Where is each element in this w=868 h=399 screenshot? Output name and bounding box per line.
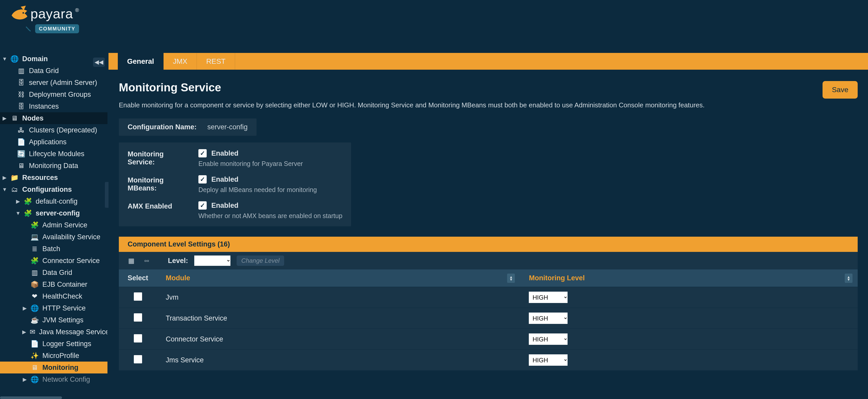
tree-toggle-icon[interactable]: ▶ [22,376,27,383]
tree-toggle-icon[interactable]: ▼ [16,210,20,216]
sidebar-item-label: HTTP Service [42,304,86,312]
folder-icon: 📁 [10,173,19,182]
checkbox-amx[interactable]: ✓ [198,201,207,209]
batch-icon: ≣ [30,245,39,253]
col-select: Select [119,269,157,287]
sidebar-item-instances[interactable]: ▶🗄Instances [0,100,107,112]
sidebar-item-jms[interactable]: ▶✉Java Message Service [0,326,107,338]
sidebar-resize-handle[interactable] [105,182,108,208]
sidebar-item-depgroups[interactable]: ▶⛓Deployment Groups [0,89,107,100]
table-title: Component Level Settings (16) [119,237,858,252]
sidebar-item-monitoring[interactable]: ▶🖥Monitoring [0,362,107,373]
sidebar-item-micro[interactable]: ▶✨MicroProfile [0,350,107,362]
tree-toggle-icon[interactable]: ▶ [2,115,7,121]
brand-name: payara [30,6,73,22]
ejb-icon: 📦 [30,280,39,289]
form-label: Monitoring Service: [128,149,190,166]
change-level-button[interactable]: Change Level [237,256,284,266]
tree-toggle-icon[interactable]: ▶ [16,198,20,204]
sidebar-item-clusters[interactable]: ▶🖧Clusters (Deprecated) [0,124,107,136]
sidebar-item-avail[interactable]: ▶💻Availability Service [0,231,107,243]
row-checkbox[interactable] [134,355,142,363]
sidebar-item-label: Availability Service [42,233,100,241]
sidebar-item-srvconf[interactable]: ▼🧩server-config [0,207,107,219]
tab-jmx[interactable]: JMX [163,53,197,70]
sidebar-item-nodes[interactable]: ▶🖥Nodes [0,112,107,124]
table-row: Transaction ServiceHIGHLOWOFF [119,308,858,329]
table-row: JvmHIGHLOWOFF [119,287,858,308]
save-button[interactable]: Save [823,81,858,99]
globe-icon: 🌐 [30,304,39,312]
sidebar-item-label: server-config [36,209,80,217]
col-monitoring-level[interactable]: Monitoring Level▲▼ [520,269,858,287]
puzzle-icon: 🧩 [24,197,32,205]
row-checkbox[interactable] [134,292,142,301]
checkbox-ms[interactable]: ✓ [198,149,207,158]
sidebar-item-label: server (Admin Server) [29,79,97,87]
monitoring-level-select[interactable]: HIGHLOWOFF [529,354,567,366]
checkbox-label: Enabled [211,149,239,158]
tree-toggle-icon[interactable]: ▼ [2,56,7,62]
monitoring-level-select[interactable]: HIGHLOWOFF [529,312,567,324]
sort-icon[interactable]: ▲▼ [507,273,515,283]
sidebar-item-server[interactable]: ▶🗄server (Admin Server) [0,77,107,89]
sidebar-item-label: Logger Settings [42,340,91,348]
monitoring-level-select[interactable]: HIGHLOWOFF [529,292,567,303]
sidebar-item-jvm[interactable]: ▶☕JVM Settings [0,314,107,326]
tab-bar: GeneralJMXREST [108,53,868,70]
sidebar-item-configs[interactable]: ▼🗂Configurations [0,184,107,195]
sidebar-item-netconf[interactable]: ▶🌐Network Config [0,373,107,385]
sidebar-item-defconf[interactable]: ▶🧩default-config [0,195,107,207]
sidebar-item-label: Instances [29,102,59,110]
monitoring-level-select[interactable]: HIGHLOWOFF [529,333,567,345]
sidebar-item-lifecycle[interactable]: ▶🔄Lifecycle Modules [0,148,107,160]
tab-general[interactable]: General [118,53,163,70]
sidebar-item-label: Lifecycle Modules [29,150,85,158]
sidebar-item-domain[interactable]: ▼🌐Domain [0,53,107,65]
sidebar-item-label: Configurations [22,186,72,194]
tree-toggle-icon[interactable]: ▶ [22,305,27,311]
page-title: Monitoring Service [119,81,858,94]
server-icon: 🗄 [17,78,25,87]
sidebar-item-logger[interactable]: ▶📄Logger Settings [0,338,107,350]
form-label: AMX Enabled [128,201,190,210]
form-hint: Whether or not AMX beans are enabled on … [198,212,342,220]
nodes-icon: 🖥 [10,114,19,122]
component-table: Component Level Settings (16) ▦ ▫▫ Level… [119,237,858,370]
sidebar-item-label: Data Grid [29,67,59,75]
sidebar-item-health[interactable]: ▶❤HealthCheck [0,290,107,302]
sidebar-item-admin[interactable]: ▶🧩Admin Service [0,219,107,231]
sidebar-item-mondata[interactable]: ▶🖥Monitoring Data [0,160,107,172]
apps-icon: 📄 [17,138,25,146]
cup-icon: ☕ [30,316,39,324]
sidebar-item-batch[interactable]: ▶≣Batch [0,243,107,255]
table-row: Connector ServiceHIGHLOWOFF [119,329,858,350]
sidebar-item-connector[interactable]: ▶🧩Connector Service [0,255,107,267]
fish-icon [10,5,28,22]
tree-toggle-icon[interactable]: ▶ [22,329,26,335]
deselect-all-icon[interactable]: ▫▫ [142,256,151,265]
tab-rest[interactable]: REST [197,53,235,70]
sidebar-item-applications[interactable]: ▶📄Applications [0,136,107,148]
sidebar-item-resources[interactable]: ▶📁Resources [0,172,107,184]
col-module[interactable]: Module▲▼ [157,269,520,287]
row-checkbox[interactable] [134,334,142,342]
sort-icon[interactable]: ▲▼ [845,273,852,283]
sidebar-collapse-button[interactable]: ◀◀ [93,58,105,67]
sidebar-scrollbar[interactable] [0,396,62,399]
row-checkbox[interactable] [134,313,142,322]
settings-card: Monitoring Service:✓EnabledEnable monito… [119,142,351,226]
select-all-icon[interactable]: ▦ [127,256,136,265]
form-row-mb: Monitoring MBeans:✓EnabledDeploy all MBe… [128,175,342,194]
level-select[interactable]: OFFLOWHIGH [194,256,230,266]
sidebar-item-ejb[interactable]: ▶📦EJB Container [0,278,107,290]
sidebar-item-dom-datagrid[interactable]: ▶▥Data Grid [0,65,107,77]
sidebar-item-datagrid2[interactable]: ▶▥Data Grid [0,267,107,278]
checkbox-mb[interactable]: ✓ [198,175,207,184]
sidebar-item-http[interactable]: ▶🌐HTTP Service [0,302,107,314]
tree-toggle-icon[interactable]: ▼ [2,187,7,193]
tree-toggle-icon[interactable]: ▶ [2,174,7,181]
sidebar-item-label: Admin Service [42,221,87,229]
sidebar-item-label: JVM Settings [42,316,84,324]
config-name-value: server-config [208,123,248,131]
